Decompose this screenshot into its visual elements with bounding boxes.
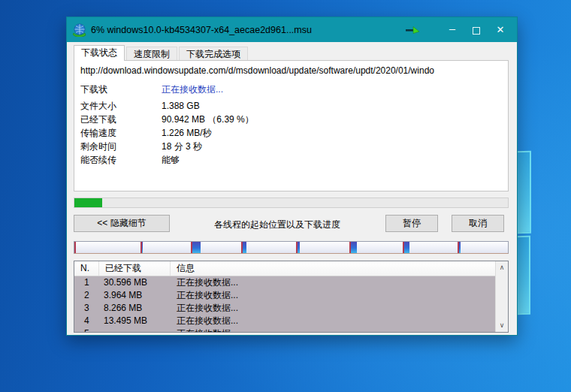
thread-table-body: 130.596 MB正在接收数据...23.964 MB正在接收数据...38.… — [74, 276, 495, 332]
status-field-row: 剩余时间18 分 3 秒 — [80, 140, 502, 153]
thread-table-header: N.已经下载信息 — [74, 261, 495, 276]
titlebar[interactable]: 6% windows10.0-kb4534307-x64_aecae2d961.… — [67, 17, 517, 42]
hide-details-button[interactable]: << 隐藏细节 — [74, 215, 170, 232]
table-scrollbar[interactable]: ∧ ∨ — [495, 261, 508, 332]
segment-marker — [74, 242, 76, 253]
maximize-icon — [473, 27, 480, 35]
status-fields: 下载状正在接收数据...文件大小1.388 GB已经下载90.942 MB （6… — [80, 83, 502, 167]
idm-app-icon — [73, 23, 86, 37]
field-label: 文件大小 — [80, 99, 162, 113]
idm-download-window: 6% windows10.0-kb4534307-x64_aecae2d961.… — [66, 17, 518, 336]
field-value: 1.388 GB — [162, 99, 502, 113]
wallpaper-logo-pane-bottom — [515, 236, 530, 315]
field-label: 传输速度 — [80, 126, 162, 140]
thread-cell: 13.495 MB — [99, 315, 171, 327]
thread-cell: 5 — [74, 327, 99, 332]
thread-cell: 3.964 MB — [99, 289, 171, 302]
thread-row[interactable]: 38.266 MB正在接收数据... — [74, 302, 495, 315]
thread-cell: 正在接收数据... — [171, 327, 495, 332]
field-value: 正在接收数据... — [162, 83, 502, 96]
field-label: 剩余时间 — [80, 140, 162, 153]
thread-cell: 8.266 MB — [99, 302, 171, 315]
segment-downloaded-block — [142, 242, 144, 253]
field-label: 能否续传 — [80, 153, 162, 167]
segment-downloaded-block — [351, 242, 358, 253]
status-field-row: 传输速度1.226 MB/秒 — [80, 126, 502, 140]
segment-downloaded-block — [192, 242, 201, 253]
thread-cell — [99, 327, 171, 332]
tab-on-complete[interactable]: 下载完成选项 — [179, 47, 248, 61]
thread-cell: 1 — [74, 276, 99, 289]
status-field-row: 下载状正在接收数据... — [80, 83, 502, 96]
segment-downloaded-block — [404, 242, 409, 253]
thread-cell: 2 — [74, 289, 99, 302]
thread-cell: 4 — [74, 315, 99, 327]
column-header[interactable]: 已经下载 — [99, 261, 171, 276]
thread-cell: 3 — [74, 302, 99, 315]
thread-row[interactable]: 413.495 MB正在接收数据... — [74, 315, 495, 327]
thread-row[interactable]: 130.596 MB正在接收数据... — [74, 276, 495, 289]
column-header[interactable]: N. — [74, 261, 99, 276]
column-header[interactable]: 信息 — [171, 261, 495, 276]
field-value: 1.226 MB/秒 — [162, 126, 502, 140]
tab-download-status[interactable]: 下载状态 — [74, 45, 125, 61]
status-field-row: 能否续传能够 — [80, 153, 502, 167]
thread-cell: 30.596 MB — [99, 276, 171, 289]
field-value: 90.942 MB （6.39 %） — [162, 113, 502, 126]
scroll-up-icon[interactable]: ∧ — [496, 261, 508, 274]
overall-progressbar — [74, 198, 509, 208]
minimize-button[interactable]: ─ — [440, 17, 464, 42]
desktop-wallpaper: 6% windows10.0-kb4534307-x64_aecae2d961.… — [0, 0, 571, 392]
close-button[interactable]: ✕ — [488, 17, 512, 42]
field-value: 18 分 3 秒 — [162, 140, 502, 153]
pause-button[interactable]: 暂停 — [385, 215, 438, 232]
status-field-row: 文件大小1.388 GB — [80, 99, 502, 113]
status-panel: http://download.windowsupdate.com/d/msdo… — [74, 60, 509, 191]
wallpaper-logo-pane-top — [515, 151, 531, 234]
thread-cell: 正在接收数据... — [171, 315, 495, 327]
scroll-down-icon[interactable]: ∨ — [496, 319, 508, 332]
thread-cell: 正在接收数据... — [171, 289, 495, 302]
thread-cell: 正在接收数据... — [171, 302, 495, 315]
thread-table: N.已经下载信息 130.596 MB正在接收数据...23.964 MB正在接… — [74, 261, 509, 333]
idm-start-arrow-icon — [406, 26, 421, 35]
cancel-button[interactable]: 取消 — [452, 215, 504, 232]
tabstrip: 下载状态速度限制下载完成选项 — [74, 45, 508, 61]
window-title: 6% windows10.0-kb4534307-x64_aecae2d961.… — [91, 25, 406, 35]
threads-caption: 各线程的起始位置以及下载进度 — [180, 219, 375, 231]
segment-downloaded-block — [243, 242, 246, 253]
field-label: 已经下载 — [80, 113, 162, 126]
field-label: 下载状 — [80, 83, 162, 96]
tab-speed-limit[interactable]: 速度限制 — [126, 47, 177, 61]
thread-row[interactable]: 5正在接收数据... — [74, 327, 495, 332]
field-value: 能够 — [162, 153, 502, 167]
thread-row[interactable]: 23.964 MB正在接收数据... — [74, 289, 495, 302]
download-url: http://download.windowsupdate.com/d/msdo… — [80, 65, 502, 76]
progress-fill — [74, 198, 102, 207]
segment-downloaded-block — [459, 242, 461, 253]
status-field-row: 已经下载90.942 MB （6.39 %） — [80, 113, 502, 126]
thread-progress-bar — [74, 241, 509, 254]
thread-cell: 正在接收数据... — [171, 276, 495, 289]
segment-downloaded-block — [298, 242, 300, 253]
maximize-button[interactable] — [464, 17, 488, 42]
